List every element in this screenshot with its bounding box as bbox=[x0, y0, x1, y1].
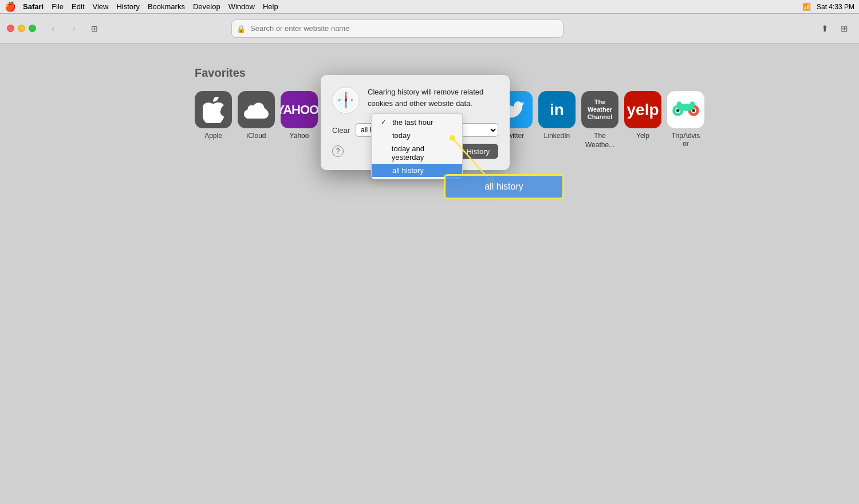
wifi-icon: 📶 bbox=[802, 3, 811, 11]
fav-tripadvisor[interactable]: TripAdvisor bbox=[667, 91, 704, 149]
forward-button[interactable]: › bbox=[66, 21, 82, 37]
linkedin-icon: in bbox=[538, 91, 576, 128]
menubar-history[interactable]: History bbox=[116, 2, 139, 11]
datetime: Sat 4:33 PM bbox=[817, 3, 854, 11]
favorites-grid: Apple iCloud YAHOO! Yahoo B bbox=[195, 91, 859, 149]
dropdown-last-hour[interactable]: ✓ the last hour bbox=[372, 116, 462, 129]
fav-linkedin[interactable]: in LinkedIn bbox=[538, 91, 576, 149]
fav-yelp-label: Yelp bbox=[636, 132, 649, 141]
menubar: 🍎 Safari File Edit View History Bookmark… bbox=[0, 0, 859, 14]
fav-tripadvisor-label: TripAdvisor bbox=[672, 132, 700, 148]
safari-app-icon: N S W E bbox=[332, 86, 360, 114]
dropdown-today[interactable]: today bbox=[372, 129, 462, 142]
toolbar-right: ⬆ ⊞ bbox=[817, 21, 852, 37]
fav-yahoo[interactable]: YAHOO! Yahoo bbox=[281, 91, 318, 149]
maximize-button[interactable] bbox=[29, 25, 36, 32]
back-button[interactable]: ‹ bbox=[45, 21, 61, 37]
share-button[interactable]: ⬆ bbox=[817, 21, 833, 37]
dialog-clear-label: Clear bbox=[332, 126, 350, 135]
menubar-right: 📶 Sat 4:33 PM bbox=[802, 3, 854, 11]
annotation-box: all history bbox=[444, 174, 564, 199]
svg-text:W: W bbox=[338, 99, 341, 102]
menubar-window[interactable]: Window bbox=[228, 2, 255, 11]
fav-weather[interactable]: The Weather Channel The Weathe... bbox=[581, 91, 618, 149]
svg-text:N: N bbox=[345, 91, 348, 94]
minimize-button[interactable] bbox=[18, 25, 25, 32]
browser-toolbar: ‹ › ⊞ 🔒 ⬆ ⊞ bbox=[0, 14, 859, 44]
dropdown-last-hour-label: the last hour bbox=[392, 118, 434, 127]
apple-menu-icon[interactable]: 🍎 bbox=[5, 1, 16, 12]
menubar-help[interactable]: Help bbox=[263, 2, 278, 11]
menubar-safari[interactable]: Safari bbox=[23, 2, 44, 11]
dialog-help-button[interactable]: ? bbox=[332, 145, 344, 157]
yahoo-icon: YAHOO! bbox=[281, 91, 318, 128]
dialog-message: Clearing history will remove related coo… bbox=[368, 86, 498, 109]
fav-apple[interactable]: Apple bbox=[195, 91, 232, 149]
yelp-icon: yelp bbox=[624, 91, 661, 128]
dropdown-all-history-label: all history bbox=[392, 166, 424, 175]
svg-point-7 bbox=[676, 101, 681, 107]
fav-yahoo-label: Yahoo bbox=[290, 132, 309, 141]
url-bar[interactable] bbox=[231, 19, 564, 38]
new-tab-button[interactable]: ⊞ bbox=[836, 21, 852, 37]
menubar-view[interactable]: View bbox=[93, 2, 109, 11]
weather-icon: The Weather Channel bbox=[581, 91, 618, 128]
dropdown-today-label: today bbox=[392, 131, 411, 140]
apple-icon bbox=[195, 91, 232, 128]
traffic-lights bbox=[7, 25, 36, 32]
close-button[interactable] bbox=[7, 25, 14, 32]
fav-icloud[interactable]: iCloud bbox=[238, 91, 275, 149]
sidebar-toggle-button[interactable]: ⊞ bbox=[86, 21, 103, 37]
icloud-icon bbox=[238, 91, 275, 128]
favorites-title: Favorites bbox=[195, 66, 859, 80]
dropdown-today-yesterday[interactable]: today and yesterday bbox=[372, 142, 462, 164]
tripadvisor-icon bbox=[667, 91, 704, 128]
checkmark-icon: ✓ bbox=[381, 119, 389, 126]
dialog-header: N S W E Clearing history will remove rel… bbox=[332, 86, 498, 114]
annotation-text: all history bbox=[484, 182, 523, 192]
menubar-edit[interactable]: Edit bbox=[72, 2, 84, 11]
content-area: Favorites Apple iCloud bbox=[0, 44, 859, 504]
svg-point-16 bbox=[345, 99, 347, 101]
fav-apple-label: Apple bbox=[204, 132, 222, 141]
fav-weather-label: The Weathe... bbox=[581, 132, 618, 149]
time-dropdown-menu: ✓ the last hour today today and yesterda… bbox=[371, 113, 463, 179]
fav-linkedin-label: LinkedIn bbox=[544, 132, 570, 141]
menubar-develop[interactable]: Develop bbox=[193, 2, 220, 11]
url-bar-container: 🔒 bbox=[231, 19, 564, 38]
search-icon: 🔒 bbox=[237, 24, 246, 33]
dropdown-today-yesterday-label: today and yesterday bbox=[392, 144, 453, 162]
fav-yelp[interactable]: yelp Yelp bbox=[624, 91, 661, 149]
menubar-file[interactable]: File bbox=[52, 2, 64, 11]
svg-point-8 bbox=[689, 101, 695, 107]
fav-icloud-label: iCloud bbox=[246, 132, 266, 141]
menubar-bookmarks[interactable]: Bookmarks bbox=[148, 2, 185, 11]
